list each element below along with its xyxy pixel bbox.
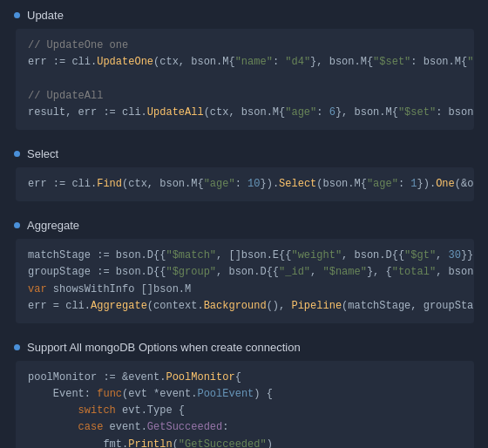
select-header: Select xyxy=(14,147,474,160)
aggregate-code: matchStage := bson.D{{"$match", []bson.E… xyxy=(16,239,474,323)
update-title: Update xyxy=(27,9,64,22)
update-bullet xyxy=(14,12,20,18)
support-title: Support All mongoDB Options when create … xyxy=(27,341,301,354)
select-bullet xyxy=(14,151,20,157)
aggregate-header: Aggregate xyxy=(14,219,474,232)
aggregate-title: Aggregate xyxy=(27,219,79,232)
support-header: Support All mongoDB Options when create … xyxy=(14,341,474,354)
select-title: Select xyxy=(27,147,58,160)
page-container: Update // UpdateOne one err := cli.Updat… xyxy=(0,0,488,448)
update-header: Update xyxy=(14,9,474,22)
support-bullet xyxy=(14,344,20,350)
support-code: poolMonitor := &event.PoolMonitor{ Event… xyxy=(16,361,474,448)
select-section: Select err := cli.Find(ctx, bson.M{"age"… xyxy=(0,139,488,210)
aggregate-section: Aggregate matchStage := bson.D{{"$match"… xyxy=(0,210,488,332)
aggregate-bullet xyxy=(14,222,20,228)
select-code: err := cli.Find(ctx, bson.M{"age": 10}).… xyxy=(16,167,474,201)
update-code: // UpdateOne one err := cli.UpdateOne(ct… xyxy=(16,29,474,130)
support-section: Support All mongoDB Options when create … xyxy=(0,332,488,448)
update-section: Update // UpdateOne one err := cli.Updat… xyxy=(0,0,488,139)
